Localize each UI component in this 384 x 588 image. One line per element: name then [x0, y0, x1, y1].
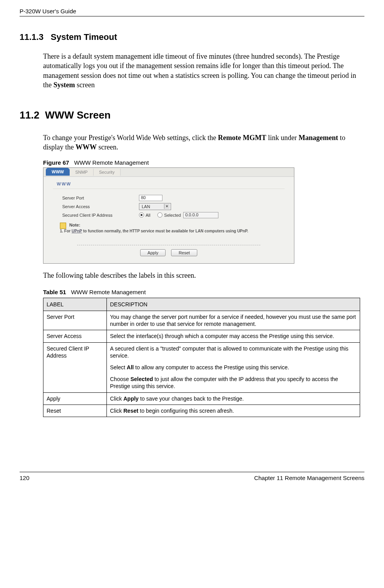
- remote-mgmt-bold: Remote MGMT: [218, 134, 266, 142]
- note-heading-row: Note:: [43, 221, 294, 229]
- tab-www[interactable]: WWW: [46, 168, 70, 176]
- radio-all-wrap[interactable]: All: [139, 212, 150, 218]
- server-access-select[interactable]: LAN ▼: [139, 203, 171, 210]
- management-bold: Management: [299, 134, 338, 142]
- figure-title: WWW Remote Management: [74, 159, 149, 166]
- form-area: Server Port 80 Server Access LAN ▼ Secur…: [43, 191, 294, 221]
- server-port-label: Server Port: [62, 196, 137, 200]
- radio-all-label: All: [146, 213, 150, 218]
- table-row: Secured Client IP Address A secured clie…: [43, 342, 360, 392]
- bold-reset: Reset: [123, 408, 138, 414]
- server-access-value: LAN: [142, 204, 150, 209]
- section-11-1-3-heading: 11.1.3 System Timeout: [20, 32, 364, 42]
- th-description: DESCRIPTION: [107, 298, 360, 311]
- chapter-name: Chapter 11 Remote Management Screens: [254, 475, 364, 481]
- manual-title: P-320W User's Guide: [20, 8, 76, 14]
- panel-title: WWW: [43, 177, 294, 189]
- table-label: Table 51: [43, 289, 66, 295]
- page-footer: 120 Chapter 11 Remote Management Screens: [20, 472, 364, 481]
- table-51: LABEL DESCRIPTION Server Port You may ch…: [43, 298, 360, 417]
- cell-desc: Click Reset to begin configuring this sc…: [107, 405, 360, 417]
- table-intro: The following table describes the labels…: [43, 271, 364, 280]
- bold-apply: Apply: [123, 396, 139, 402]
- cell-desc: Click Apply to save your changes back to…: [107, 392, 360, 405]
- figure-label: Figure 67: [43, 159, 69, 166]
- section-number: 11.2: [20, 109, 40, 121]
- th-label: LABEL: [43, 298, 107, 311]
- table-row: Server Port You may change the server po…: [43, 311, 360, 330]
- note-heading: Note:: [69, 223, 80, 227]
- bold-selected: Selected: [130, 376, 153, 382]
- radio-selected-wrap[interactable]: Selected: [157, 212, 181, 218]
- cell-label: Server Port: [43, 311, 107, 330]
- cell-desc: Select the interface(s) through which a …: [107, 330, 360, 342]
- server-port-input[interactable]: 80: [139, 195, 162, 201]
- body-text-post: screen: [75, 81, 95, 89]
- table-title: WWW Remote Management: [71, 289, 146, 295]
- selected-ip-input[interactable]: 0.0.0.0: [183, 212, 218, 218]
- cell-label: Reset: [43, 405, 107, 417]
- table-row: Server Access Select the interface(s) th…: [43, 330, 360, 342]
- upnp-link[interactable]: UPnP: [72, 229, 82, 233]
- button-row: Apply Reset: [43, 249, 294, 263]
- page-header: P-320W User's Guide: [20, 8, 364, 16]
- section-11-1-3-body: There is a default system management idl…: [43, 52, 364, 90]
- chevron-down-icon: ▼: [164, 204, 169, 209]
- cell-desc: You may change the server port number fo…: [107, 311, 360, 330]
- secured-client-ip-label: Secured Client IP Address: [62, 213, 137, 218]
- www-bold: WWW: [76, 143, 97, 151]
- divider: [53, 189, 285, 189]
- tab-security[interactable]: Security: [94, 169, 121, 176]
- cell-label: Server Access: [43, 330, 107, 342]
- note-body: 1. For UPnP to function normally, the HT…: [43, 229, 294, 234]
- bold-all: All: [127, 364, 134, 370]
- section-11-2-heading: 11.2 WWW Screen: [20, 109, 364, 121]
- radio-selected-label: Selected: [164, 213, 181, 218]
- page-number: 120: [20, 475, 29, 481]
- section-title: WWW Screen: [45, 109, 111, 121]
- cell-desc: A secured client is a "trusted" computer…: [107, 342, 360, 392]
- server-access-label: Server Access: [62, 204, 137, 209]
- section-title: System Timeout: [51, 32, 117, 42]
- figure-67-caption: Figure 67 WWW Remote Management: [43, 159, 364, 166]
- www-remote-management-screenshot: WWW SNMP Security WWW Server Port 80 Ser…: [43, 167, 294, 264]
- apply-button[interactable]: Apply: [140, 249, 166, 256]
- radio-all[interactable]: [139, 212, 144, 218]
- note-icon: [60, 223, 66, 229]
- section-11-2-intro: To change your Prestige's World Wide Web…: [43, 133, 364, 152]
- tab-bar: WWW SNMP Security: [43, 168, 294, 177]
- dotted-divider: [77, 245, 260, 245]
- reset-button[interactable]: Reset: [171, 249, 197, 256]
- section-number: 11.1.3: [20, 32, 43, 42]
- body-bold-system: System: [54, 81, 75, 89]
- cell-label: Secured Client IP Address: [43, 342, 107, 392]
- table-51-caption: Table 51 WWW Remote Management: [43, 289, 364, 295]
- radio-selected[interactable]: [157, 212, 162, 218]
- tab-snmp[interactable]: SNMP: [70, 169, 94, 176]
- table-row: Apply Click Apply to save your changes b…: [43, 392, 360, 405]
- table-row: Reset Click Reset to begin configuring t…: [43, 405, 360, 417]
- cell-label: Apply: [43, 392, 107, 405]
- table-header-row: LABEL DESCRIPTION: [43, 298, 360, 311]
